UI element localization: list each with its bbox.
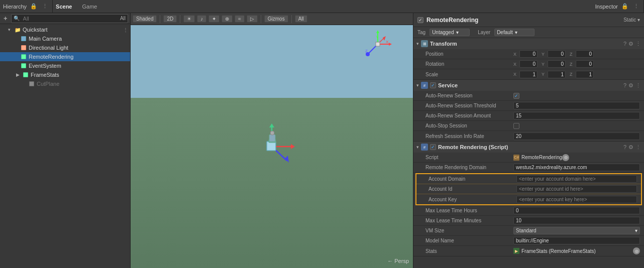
tree-item-remote-rendering[interactable]: RemoteRendering [0,52,130,61]
account-domain-row: Account Domain [416,174,641,184]
service-help-icon[interactable]: ? [623,82,626,89]
rotation-values: X Y Z [513,60,640,68]
light-btn[interactable]: ☀ [183,15,195,23]
svg-marker-15 [291,144,295,149]
auto-stop-session-checkbox[interactable] [513,123,519,129]
anim-btn[interactable]: ▷ [247,15,258,23]
scl-z-input[interactable] [576,71,594,78]
rr-domain-input[interactable] [513,164,640,171]
max-lease-minutes-input[interactable] [513,217,640,224]
rot-y-label: Y [542,62,547,67]
vm-size-dropdown[interactable]: Standard ▾ [513,227,640,234]
max-lease-hours-row: Max Lease Time Hours [413,206,644,216]
refresh-rate-label: Refresh Session Info Rate [425,133,513,139]
account-domain-input[interactable] [516,175,637,183]
game-tab-label[interactable]: Game [82,4,97,10]
inspector-menu-btn[interactable]: ⋮ [632,3,640,10]
scl-x-field: X [513,71,538,78]
stats-select-icon[interactable]: ◎ [633,247,640,254]
account-domain-label: Account Domain [428,176,516,182]
max-lease-hours-input[interactable] [513,207,640,214]
all-layers-btn[interactable]: All [295,15,307,23]
auto-stop-session-label: Auto-Stop Session [425,123,513,128]
hierarchy-menu-btn[interactable]: ⋮ [41,3,49,10]
scene-view[interactable]: Y X Z [131,25,413,268]
transform-header[interactable]: ▾ ⊞ Transform ? ⚙ ⋮ [413,38,644,49]
account-key-input[interactable] [516,196,637,203]
auto-renew-session-label: Auto-Renew Session [425,93,513,98]
tree-item-directional-light[interactable]: Directional Light [0,43,130,52]
camera-icon [20,35,27,42]
service-header[interactable]: ▾ # ✓ Service ? ⚙ ⋮ [413,80,644,91]
gizmos-btn[interactable]: Gizmos [264,15,288,23]
refresh-rate-input[interactable] [513,132,640,140]
object-active-checkbox[interactable]: ✓ [417,17,423,23]
hierarchy-add-btn[interactable]: + [2,14,9,23]
rot-y-input[interactable] [548,60,566,68]
quickstart-menu-icon[interactable]: ⋮ [123,27,130,33]
cutplane-label: CutPlane [37,81,59,87]
transform-help-icon[interactable]: ? [623,41,626,47]
auto-renew-amount-input[interactable] [513,112,640,119]
pos-x-input[interactable] [519,50,538,58]
tree-item-quickstart[interactable]: ▾ 📁 Quickstart ⋮ [0,25,130,34]
transform-settings-icon[interactable]: ⚙ [628,41,633,47]
auto-renew-threshold-input[interactable] [513,102,640,109]
cp-icon [28,80,35,87]
script-select-icon[interactable]: ◎ [562,154,569,161]
service-active-checkbox[interactable]: ✓ [430,82,436,88]
scene-tab-label[interactable]: Scene [56,4,72,10]
tree-item-framestats[interactable]: ▶ FrameStats [0,70,130,79]
tag-dropdown[interactable]: Untagged ▾ [430,29,470,36]
scale-row: Scale X Y Z [413,69,644,79]
fx-btn[interactable]: ✦ [208,15,220,23]
audio-btn[interactable]: ♪ [197,15,206,23]
scl-y-field: Y [542,71,566,78]
object-name-text: RemoteRendering [426,17,620,24]
search-icon: 🔍 [14,16,20,21]
top-bar: Hierarchy 🔒 ⋮ Scene Game Inspector 🔒 ⋮ [0,0,644,13]
auto-renew-threshold-label: Auto-Renew Session Threshold [425,103,513,108]
rot-x-input[interactable] [519,60,538,68]
auto-renew-session-checkbox[interactable]: ✓ [513,93,519,99]
scl-y-input[interactable] [548,71,566,78]
rr-help-icon[interactable]: ? [623,144,626,151]
tree-item-event-system[interactable]: EventSystem [0,61,130,70]
rr-domain-label: Remote Rendering Domain [425,165,513,170]
pos-y-input[interactable] [548,50,566,58]
pos-y-label: Y [542,52,547,57]
vm-size-arrow: ▾ [635,228,637,233]
sep1 [160,15,160,23]
hierarchy-header-title: Hierarchy [3,4,27,10]
rotation-row: Rotation X Y Z [413,59,644,69]
transform-component: ▾ ⊞ Transform ? ⚙ ⋮ Position X Y [413,38,644,80]
pos-z-input[interactable] [576,50,594,58]
scl-x-input[interactable] [519,71,538,78]
rr-script-header[interactable]: ▾ # ✓ Remote Rendering (Script) ? ⚙ ⋮ [413,142,644,153]
rr-menu-icon[interactable]: ⋮ [635,144,641,151]
transform-menu-icon[interactable]: ⋮ [635,41,641,47]
skybox-btn[interactable]: ⊕ [222,15,233,23]
rot-z-field: Z [570,60,594,68]
svg-marker-1 [376,30,379,33]
account-id-input[interactable] [516,185,637,193]
stats-label: Stats [425,248,513,254]
rr-script-active-checkbox[interactable]: ✓ [430,144,436,150]
static-label[interactable]: Static ▾ [623,17,640,23]
service-settings-icon[interactable]: ⚙ [628,82,633,89]
inspector-lock-btn[interactable]: 🔒 [620,3,630,10]
layer-dropdown[interactable]: Default ▾ [494,29,534,36]
auto-renew-amount-row: Auto-Renew Session Amount [413,111,644,121]
shading-dropdown[interactable]: Shaded [133,15,157,23]
rr-settings-icon[interactable]: ⚙ [628,144,633,151]
hierarchy-search-input[interactable] [21,15,119,22]
rot-z-input[interactable] [576,60,594,68]
tree-item-main-camera[interactable]: Main Camera [0,34,130,43]
mode-2d-btn[interactable]: 2D [163,15,177,23]
tree-item-cutplane[interactable]: CutPlane [0,79,130,88]
hierarchy-lock-btn[interactable]: 🔒 [29,3,39,10]
service-menu-icon[interactable]: ⋮ [635,82,641,89]
model-name-input[interactable] [513,237,640,244]
sep4 [291,15,292,23]
fog-btn[interactable]: ≈ [235,15,245,23]
